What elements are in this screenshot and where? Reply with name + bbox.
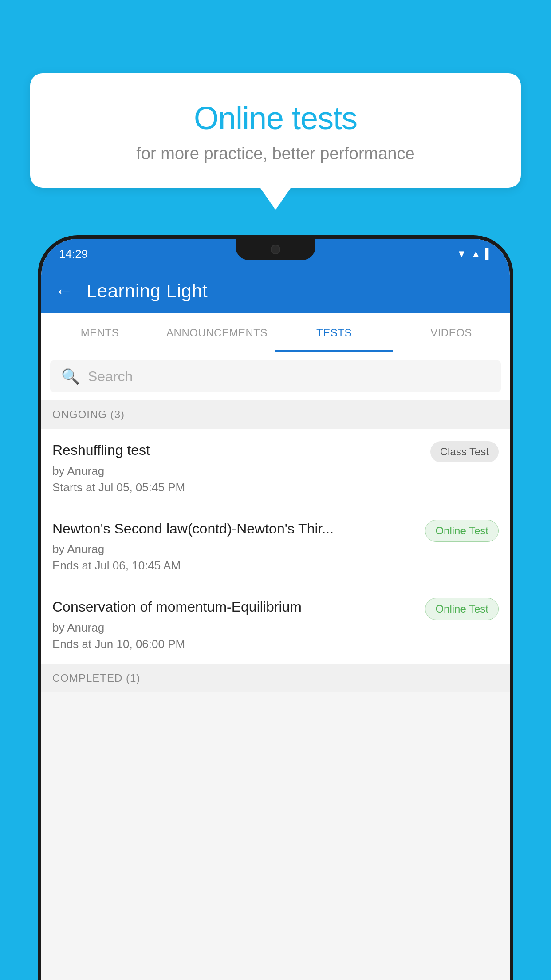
test-badge-online: Online Test xyxy=(425,520,499,542)
test-item[interactable]: Reshuffling test by Anurag Starts at Jul… xyxy=(41,429,510,507)
tab-videos-label: VIDEOS xyxy=(430,327,472,339)
speech-bubble-container: Online tests for more practice, better p… xyxy=(30,73,521,188)
test-date: Ends at Jun 10, 06:00 PM xyxy=(52,637,416,651)
front-camera xyxy=(271,245,280,254)
speech-bubble: Online tests for more practice, better p… xyxy=(30,73,521,188)
test-info: Newton's Second law(contd)-Newton's Thir… xyxy=(52,520,425,573)
content-area: 🔍 Search ONGOING (3) Reshuffling test by… xyxy=(41,352,510,980)
test-author: by Anurag xyxy=(52,621,416,635)
ongoing-section-header: ONGOING (3) xyxy=(41,400,510,429)
test-title: Conservation of momentum-Equilibrium xyxy=(52,598,416,616)
tab-ments[interactable]: MENTS xyxy=(41,313,158,352)
app-title: Learning Light xyxy=(87,281,208,302)
screen: 14:29 ▼ ▲ ▌ ← Learning Light MENTS ANNOU… xyxy=(41,239,510,980)
test-badge-online-2: Online Test xyxy=(425,598,499,620)
completed-section-header: COMPLETED (1) xyxy=(41,664,510,692)
search-input[interactable]: Search xyxy=(88,368,133,385)
test-author: by Anurag xyxy=(52,542,416,556)
test-date: Ends at Jul 06, 10:45 AM xyxy=(52,559,416,573)
tab-tests[interactable]: TESTS xyxy=(276,313,393,352)
tab-announcements[interactable]: ANNOUNCEMENTS xyxy=(158,313,276,352)
status-bar: 14:29 ▼ ▲ ▌ xyxy=(41,239,510,269)
tab-ments-label: MENTS xyxy=(81,327,119,339)
signal-icon: ▲ xyxy=(471,248,481,260)
phone-inner: 14:29 ▼ ▲ ▌ ← Learning Light MENTS ANNOU… xyxy=(41,239,510,980)
battery-icon: ▌ xyxy=(485,248,492,260)
search-box[interactable]: 🔍 Search xyxy=(50,360,501,392)
test-item[interactable]: Conservation of momentum-Equilibrium by … xyxy=(41,585,510,664)
bubble-subtitle: for more practice, better performance xyxy=(48,144,503,163)
tests-list: Reshuffling test by Anurag Starts at Jul… xyxy=(41,429,510,664)
search-container: 🔍 Search xyxy=(41,352,510,400)
phone-frame: 14:29 ▼ ▲ ▌ ← Learning Light MENTS ANNOU… xyxy=(38,235,513,980)
test-title: Reshuffling test xyxy=(52,441,421,460)
tab-videos[interactable]: VIDEOS xyxy=(393,313,510,352)
status-time: 14:29 xyxy=(59,247,88,261)
test-date: Starts at Jul 05, 05:45 PM xyxy=(52,481,421,494)
app-bar: ← Learning Light xyxy=(41,269,510,313)
tab-announcements-label: ANNOUNCEMENTS xyxy=(166,327,268,339)
test-title: Newton's Second law(contd)-Newton's Thir… xyxy=(52,520,416,538)
search-icon: 🔍 xyxy=(61,368,80,385)
notch xyxy=(236,239,315,260)
test-badge-class: Class Test xyxy=(430,441,499,462)
tab-tests-label: TESTS xyxy=(316,327,352,339)
test-info: Reshuffling test by Anurag Starts at Jul… xyxy=(52,441,430,494)
wifi-icon: ▼ xyxy=(457,248,467,260)
back-button[interactable]: ← xyxy=(55,281,73,302)
status-icons: ▼ ▲ ▌ xyxy=(457,248,492,260)
test-item[interactable]: Newton's Second law(contd)-Newton's Thir… xyxy=(41,507,510,586)
tab-bar: MENTS ANNOUNCEMENTS TESTS VIDEOS xyxy=(41,313,510,352)
test-author: by Anurag xyxy=(52,464,421,478)
bubble-title: Online tests xyxy=(48,100,503,136)
test-info: Conservation of momentum-Equilibrium by … xyxy=(52,598,425,651)
